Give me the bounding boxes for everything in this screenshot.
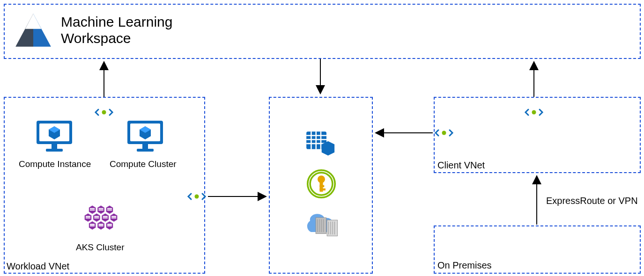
svg-marker-2 [15, 14, 33, 47]
svg-rect-41 [99, 224, 103, 225]
svg-rect-12 [142, 144, 148, 149]
svg-rect-33 [103, 218, 107, 218]
svg-rect-29 [95, 216, 99, 217]
svg-rect-39 [90, 225, 95, 226]
svg-rect-59 [319, 185, 324, 187]
container-registry-icon [303, 210, 340, 238]
compute-instance-icon [36, 120, 73, 153]
svg-rect-6 [52, 144, 57, 149]
ml-workspace-title-line1: Machine Learning [61, 14, 173, 29]
svg-rect-44 [107, 224, 111, 225]
svg-rect-45 [107, 225, 111, 226]
svg-rect-7 [46, 149, 63, 152]
svg-marker-3 [25, 14, 41, 29]
svg-rect-38 [90, 224, 95, 225]
svg-rect-21 [99, 210, 103, 211]
svg-rect-23 [107, 208, 111, 209]
compute-cluster-icon [126, 120, 164, 153]
keyvault-icon [307, 169, 336, 198]
workload-vnet-label: Workload VNet [7, 261, 69, 272]
svg-rect-26 [86, 216, 90, 217]
client-vnet-label: Client VNet [437, 160, 485, 171]
svg-rect-18 [90, 210, 95, 211]
ml-workspace-title-line2: Workspace [61, 30, 131, 46]
ml-logo-icon [13, 11, 53, 51]
svg-marker-1 [33, 14, 51, 47]
svg-rect-32 [103, 216, 107, 217]
compute-cluster-label: Compute Cluster [110, 159, 177, 169]
ml-workspace-title: Machine Learning Workspace [61, 14, 173, 46]
svg-rect-17 [90, 208, 95, 209]
svg-rect-35 [112, 216, 116, 217]
svg-rect-27 [86, 218, 90, 218]
on-premises-label: On Premises [437, 260, 492, 271]
compute-instance-label: Compute Instance [19, 159, 91, 169]
aks-cluster-icon [79, 201, 122, 240]
svg-rect-42 [99, 225, 103, 226]
svg-rect-58 [319, 189, 325, 190]
svg-rect-30 [95, 218, 99, 218]
svg-rect-13 [137, 149, 154, 152]
svg-rect-24 [107, 210, 111, 211]
svg-rect-36 [112, 218, 116, 218]
aks-cluster-label: AKS Cluster [76, 242, 124, 253]
svg-rect-20 [99, 208, 103, 209]
storage-icon [304, 129, 337, 157]
expressroute-label: ExpressRoute or VPN [546, 196, 638, 206]
